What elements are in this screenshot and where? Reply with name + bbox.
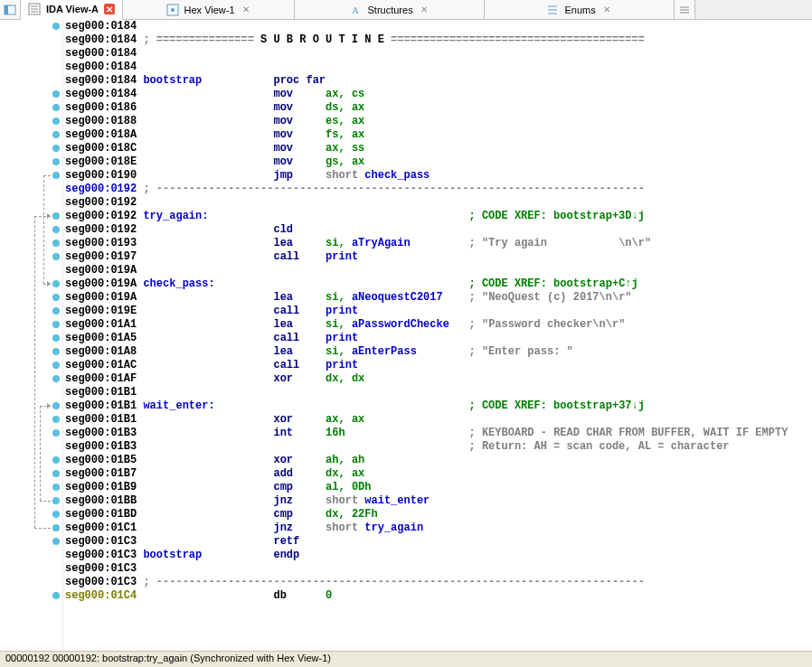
asm-line[interactable]: seg000:01B1 wait_enter: ; CODE XREF: boo… [65, 399, 812, 413]
breakpoint-dot[interactable] [52, 117, 60, 125]
asm-line[interactable]: seg000:018C mov ax, ss [65, 142, 812, 155]
breakpoint-dot[interactable] [52, 131, 60, 138]
breakpoint-dot[interactable] [52, 470, 60, 477]
tab-overflow[interactable] [675, 0, 695, 19]
svg-rect-1 [5, 5, 8, 14]
code-area[interactable]: seg000:0184seg000:0184 ; ===============… [63, 20, 812, 651]
asm-line[interactable]: seg000:0186 mov ds, ax [65, 101, 812, 115]
breakpoint-dot[interactable] [52, 145, 60, 152]
disasm-icon [28, 3, 41, 15]
asm-line[interactable]: seg000:01BD cmp dx, 22Fh [65, 508, 812, 521]
breakpoint-dot[interactable] [52, 524, 60, 531]
asm-line[interactable]: seg000:01A8 lea si, aEnterPass ; "Enter … [65, 345, 812, 359]
asm-line[interactable]: seg000:0184 [65, 47, 812, 61]
breakpoint-dot[interactable] [52, 456, 60, 464]
tab-hex-view[interactable]: Hex View-1 ✕ [123, 0, 295, 19]
asm-line[interactable]: seg000:01AC call print [65, 359, 812, 372]
status-text: 00000192 00000192: bootstrap:try_again (… [5, 653, 331, 663]
xref-arrow [40, 501, 51, 502]
breakpoint-dot[interactable] [52, 212, 60, 220]
tab-label: Structures [368, 5, 413, 15]
asm-line[interactable]: seg000:01B3 ; Return: AH = scan code, AL… [65, 440, 812, 454]
asm-line[interactable]: seg000:0184 [65, 20, 812, 33]
breakpoint-dot[interactable] [52, 375, 60, 382]
tab-enums[interactable]: Enums ✕ [485, 0, 675, 19]
asm-line[interactable]: seg000:01B3 int 16h ; KEYBOARD - READ CH… [65, 427, 812, 440]
asm-line[interactable]: seg000:0192 cld [65, 223, 812, 237]
asm-line[interactable]: seg000:01C1 jnz short try_again [65, 521, 812, 535]
tab-bar: IDA View-A ✕ Hex View-1 ✕ A Structures ✕… [0, 0, 812, 20]
asm-line[interactable]: seg000:01C3 [65, 562, 812, 576]
close-icon[interactable]: ✕ [419, 5, 430, 15]
asm-line[interactable]: seg000:0192 ; --------------------------… [65, 183, 812, 196]
breakpoint-dot[interactable] [52, 362, 60, 369]
breakpoint-dot[interactable] [52, 429, 60, 437]
close-icon[interactable]: ✕ [241, 5, 251, 15]
breakpoint-dot[interactable] [52, 158, 60, 165]
breakpoint-dot[interactable] [52, 511, 60, 518]
asm-line[interactable]: seg000:01A1 lea si, aPasswordChecke ; "P… [65, 318, 812, 332]
xref-arrow [40, 406, 41, 501]
asm-line[interactable]: seg000:0190 jmp short check_pass [65, 169, 812, 183]
asm-line[interactable]: seg000:019A check_pass: ; CODE XREF: boo… [65, 277, 812, 291]
asm-line[interactable]: seg000:019E call print [65, 305, 812, 318]
breakpoint-dot[interactable] [52, 280, 60, 287]
asm-line[interactable]: seg000:0193 lea si, aTryAgain ; "Try aga… [65, 237, 812, 250]
breakpoint-dot[interactable] [52, 402, 60, 409]
asm-line[interactable]: seg000:01A5 call print [65, 332, 812, 345]
breakpoint-dot[interactable] [52, 240, 60, 247]
breakpoint-dot[interactable] [52, 253, 60, 260]
breakpoint-dot[interactable] [52, 538, 60, 545]
asm-line[interactable]: seg000:01B5 xor ah, ah [65, 454, 812, 467]
breakpoint-dot[interactable] [52, 90, 60, 98]
asm-line[interactable]: seg000:01B1 [65, 386, 812, 399]
close-icon[interactable]: ✕ [104, 4, 115, 14]
svg-text:A: A [352, 5, 359, 15]
xref-arrow [34, 528, 51, 529]
asm-line[interactable]: seg000:0184 bootstrap proc far [65, 74, 812, 88]
asm-line[interactable]: seg000:0188 mov es, ax [65, 115, 812, 128]
asm-line[interactable]: seg000:01C3 bootstrap endp [65, 549, 812, 562]
close-icon[interactable]: ✕ [601, 5, 612, 15]
asm-line[interactable]: seg000:01C3 retf [65, 535, 812, 549]
asm-line[interactable]: seg000:01B9 cmp al, 0Dh [65, 481, 812, 494]
asm-line[interactable]: seg000:0184 [65, 61, 812, 74]
breakpoint-dot[interactable] [52, 416, 60, 423]
asm-line[interactable]: seg000:018E mov gs, ax [65, 155, 812, 169]
disassembly-editor[interactable]: seg000:0184seg000:0184 ; ===============… [0, 20, 812, 651]
gutter[interactable] [0, 20, 63, 651]
tab-label: IDA View-A [46, 4, 99, 14]
breakpoint-dot[interactable] [52, 497, 60, 504]
asm-line[interactable]: seg000:01AF xor dx, dx [65, 372, 812, 386]
asm-line[interactable]: seg000:01C3 ; --------------------------… [65, 576, 812, 589]
asm-line[interactable]: seg000:0197 call print [65, 250, 812, 264]
asm-line[interactable]: seg000:0184 mov ax, cs [65, 88, 812, 101]
breakpoint-dot[interactable] [52, 592, 60, 599]
asm-line[interactable]: seg000:0184 ; =============== S U B R O … [65, 33, 812, 47]
tab-structures[interactable]: A Structures ✕ [295, 0, 485, 19]
tab-ida-view[interactable]: IDA View-A ✕ [21, 0, 123, 20]
breakpoint-dot[interactable] [52, 226, 60, 233]
asm-line[interactable]: seg000:01B7 add dx, ax [65, 467, 812, 481]
breakpoint-dot[interactable] [52, 23, 60, 30]
breakpoint-dot[interactable] [52, 104, 60, 111]
panel-icon [4, 4, 16, 16]
breakpoint-dot[interactable] [52, 294, 60, 301]
breakpoint-dot[interactable] [52, 321, 60, 328]
asm-line[interactable]: seg000:01C4 db 0 [65, 589, 812, 603]
tab-handle-left[interactable] [0, 0, 21, 19]
breakpoint-dot[interactable] [52, 484, 60, 491]
breakpoint-dot[interactable] [52, 334, 60, 342]
asm-line[interactable]: seg000:019A lea si, aNeoquestC2017 ; "Ne… [65, 291, 812, 305]
asm-line[interactable]: seg000:01B1 xor ax, ax [65, 413, 812, 427]
asm-line[interactable]: seg000:01BB jnz short wait_enter [65, 494, 812, 508]
breakpoint-dot[interactable] [52, 348, 60, 355]
asm-line[interactable]: seg000:0192 [65, 196, 812, 210]
asm-line[interactable]: seg000:0192 try_again: ; CODE XREF: boot… [65, 210, 812, 223]
asm-line[interactable]: seg000:018A mov fs, ax [65, 128, 812, 142]
breakpoint-dot[interactable] [52, 307, 60, 315]
asm-line[interactable]: seg000:019A [65, 264, 812, 277]
tab-label: Hex View-1 [184, 5, 235, 15]
breakpoint-dot[interactable] [52, 172, 60, 179]
struct-icon: A [350, 4, 363, 16]
